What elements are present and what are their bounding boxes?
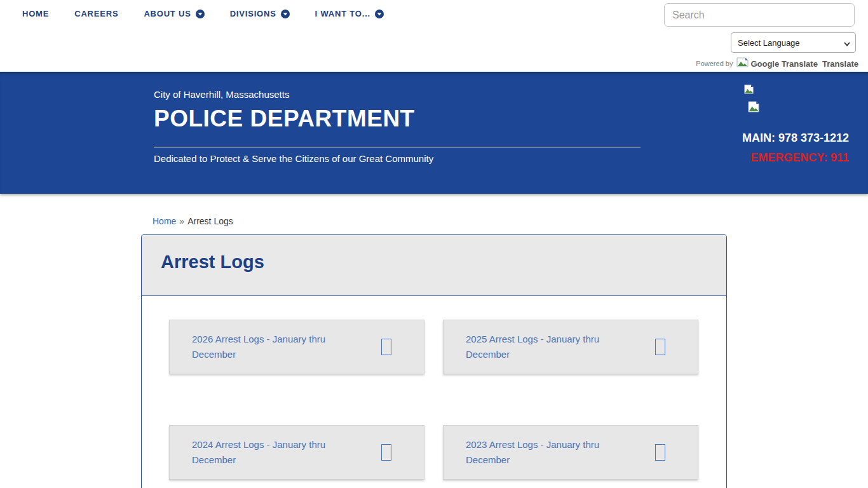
arrest-log-link-label: 2026 Arrest Logs - January thru December bbox=[192, 332, 344, 362]
nav-item-careers[interactable]: CAREERS bbox=[74, 9, 131, 18]
arrest-log-card-2026[interactable]: 2026 Arrest Logs - January thru December bbox=[169, 320, 424, 374]
arrest-log-card-2023[interactable]: 2023 Arrest Logs - January thru December bbox=[443, 425, 698, 480]
arrest-log-card-2025[interactable]: 2025 Arrest Logs - January thru December bbox=[443, 320, 698, 374]
powered-by-label: Powered by bbox=[696, 60, 733, 67]
nav-item-label: I WANT TO... bbox=[315, 9, 370, 18]
search-input[interactable] bbox=[664, 3, 855, 27]
missing-glyph-icon bbox=[381, 339, 391, 355]
broken-image-icon bbox=[715, 101, 849, 112]
chevron-down-circle-icon[interactable] bbox=[196, 10, 205, 18]
top-bar: HOME CAREERS ABOUT US DIVISIONS I WANT T… bbox=[0, 0, 868, 72]
arrest-log-link-label: 2025 Arrest Logs - January thru December bbox=[466, 332, 618, 362]
arrest-log-link-label: 2024 Arrest Logs - January thru December bbox=[192, 437, 344, 468]
chevron-down-circle-icon[interactable] bbox=[375, 10, 384, 18]
breadcrumb-separator: » bbox=[179, 216, 184, 226]
arrest-logs-card-grid: 2026 Arrest Logs - January thru December… bbox=[142, 296, 726, 488]
banner-divider bbox=[154, 147, 641, 147]
banner-contact-block: MAIN: 978 373-1212 EMERGENCY: 911 bbox=[715, 85, 849, 165]
language-select-wrap: Select Language bbox=[731, 32, 856, 53]
arrest-log-link-label: 2023 Arrest Logs - January thru December bbox=[466, 437, 618, 468]
google-translate-attribution: Powered by Google Translate Translate bbox=[696, 57, 858, 70]
panel-header: Arrest Logs bbox=[142, 235, 726, 296]
main-phone: MAIN: 978 373-1212 bbox=[715, 132, 849, 145]
banner-tagline: Dedicated to Protect & Serve the Citizen… bbox=[154, 153, 641, 164]
page-title: Arrest Logs bbox=[161, 252, 707, 273]
nav-item-divisions[interactable]: DIVISIONS bbox=[230, 9, 302, 18]
language-select[interactable]: Select Language bbox=[731, 32, 856, 53]
translate-label: Translate bbox=[822, 59, 858, 69]
breadcrumb-home-link[interactable]: Home bbox=[153, 216, 176, 226]
site-banner: City of Haverhill, Massachusetts POLICE … bbox=[0, 72, 868, 194]
nav-item-i-want-to[interactable]: I WANT TO... bbox=[315, 9, 397, 18]
arrest-log-card-2024[interactable]: 2024 Arrest Logs - January thru December bbox=[169, 425, 424, 480]
emergency-phone: EMERGENCY: 911 bbox=[715, 151, 849, 165]
main-nav: HOME CAREERS ABOUT US DIVISIONS I WANT T… bbox=[22, 9, 409, 18]
breadcrumb: Home»Arrest Logs bbox=[141, 216, 727, 226]
nav-item-about-us[interactable]: ABOUT US bbox=[144, 9, 217, 18]
nav-item-label: DIVISIONS bbox=[230, 9, 276, 18]
arrest-logs-panel: Arrest Logs 2026 Arrest Logs - January t… bbox=[141, 234, 727, 488]
broken-image-icon bbox=[715, 85, 849, 95]
google-translate-alt-text: Google Translate bbox=[750, 59, 817, 69]
chevron-down-circle-icon[interactable] bbox=[281, 10, 290, 18]
missing-glyph-icon bbox=[655, 339, 665, 355]
nav-item-label: ABOUT US bbox=[144, 9, 191, 18]
banner-text-block: City of Haverhill, Massachusetts POLICE … bbox=[154, 89, 641, 164]
breadcrumb-current: Arrest Logs bbox=[187, 216, 233, 226]
city-subtitle: City of Haverhill, Massachusetts bbox=[154, 89, 641, 100]
broken-image-icon bbox=[736, 57, 749, 70]
missing-glyph-icon bbox=[381, 444, 391, 461]
nav-item-label: HOME bbox=[22, 9, 49, 18]
missing-glyph-icon bbox=[655, 444, 665, 461]
nav-item-label: CAREERS bbox=[74, 9, 118, 18]
nav-item-home[interactable]: HOME bbox=[22, 9, 62, 18]
site-title: POLICE DEPARTMENT bbox=[154, 105, 641, 132]
